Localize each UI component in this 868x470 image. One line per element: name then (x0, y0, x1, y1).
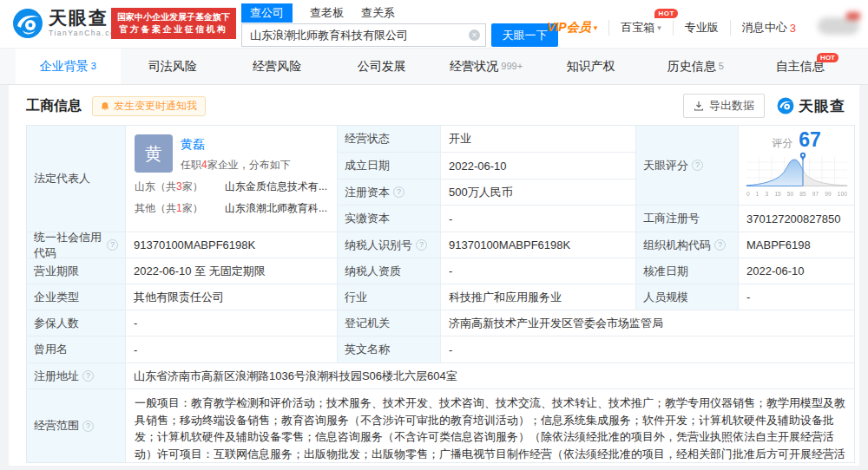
region-row: 山东（共3家） 山东金质信息技术有... 等 (135, 180, 328, 194)
search-input[interactable] (241, 23, 486, 47)
field-value-business-scope: 一般项目：教育教学检测和评价活动；技术服务、技术开发、技术咨询、技术交流、技术转… (126, 389, 854, 462)
tab-judicial-risk[interactable]: 司法风险 (121, 49, 226, 84)
search-tab-company[interactable]: 查公司 (241, 3, 293, 23)
field-value-reg-authority: 济南高新技术产业开发区管委会市场监管局 (441, 310, 854, 336)
section-title: 工商信息 (26, 97, 82, 115)
tab-history-info[interactable]: 历史信息 5 (643, 49, 748, 84)
search-tab-boss[interactable]: 查老板 (310, 5, 344, 21)
field-label-reg-authority: 登记机关 (338, 310, 441, 336)
field-value-approved-date: 2022-06-10 (739, 258, 854, 284)
field-label-staff-size: 人员规模 (636, 284, 739, 310)
help-icon[interactable]: ? (107, 239, 118, 251)
field-label-established: 成立日期 (338, 153, 441, 180)
field-label-legal-rep: 法定代表人 (27, 126, 126, 232)
field-label-business-scope: 经营范围? (27, 389, 126, 462)
score-value: 67 (799, 128, 821, 152)
notify-on-change-button[interactable]: 发生变更时通知我 (92, 96, 206, 116)
top-nav: VIP会员 ▾ 百宝箱 ▾ HOT 专业版 消息中心 3 (536, 17, 863, 38)
search-area: 查公司 查老板 查关系 × 天眼一下 (241, 3, 558, 47)
help-icon[interactable]: ? (714, 239, 726, 251)
legal-rep-cell: 黄 黄磊 任职4家企业，分布如下 山东（共3家） 山东金质信息技术有... 等 … (126, 126, 338, 232)
user-avatar[interactable] (816, 12, 863, 38)
field-label-insured-count: 参保人数 (27, 310, 126, 336)
tianyancha-logo[interactable]: 天眼查 TianYanCha.com (12, 8, 123, 39)
field-value-status: 开业 (441, 126, 636, 153)
field-label-status: 经营状态 (338, 126, 441, 153)
field-label-company-type: 企业类型 (27, 284, 126, 310)
tab-operation-status[interactable]: 经营状况 999+ (434, 49, 539, 84)
hot-badge: HOT (654, 9, 677, 18)
company-tab-bar: 企业背景 3 司法风险 经营风险 公司发展 经营状况 999+ 知识产权 历史信… (0, 48, 868, 85)
field-label-paid-capital: 实缴资本 (338, 206, 441, 232)
score-distribution-chart (744, 152, 850, 188)
field-label-credit-code: 统一社会信用代码? (27, 232, 126, 258)
nav-message-center[interactable]: 消息中心 3 (730, 20, 807, 36)
tab-operation-risk[interactable]: 经营风险 (225, 49, 330, 84)
nav-pro[interactable]: 专业版 (673, 20, 730, 36)
field-label-former-name: 曾用名 (27, 336, 126, 363)
watermark-logo: 天眼查 (777, 96, 845, 116)
help-icon[interactable]: ? (416, 239, 427, 251)
download-icon (694, 101, 704, 111)
field-label-reg-capital: 注册资本 ? (338, 180, 441, 206)
field-value-industry: 科技推广和应用服务业 (441, 284, 636, 310)
business-info-table: 法定代表人 黄 黄磊 任职4家企业，分布如下 山东（共3家） 山东金质信息技术有… (26, 125, 855, 463)
legal-rep-summary: 任职4家企业，分布如下 (181, 158, 291, 173)
tab-self-info[interactable]: 自主信息 HOT (748, 49, 853, 84)
company-link[interactable]: 山东浪潮北师教育科... (225, 201, 327, 216)
help-icon[interactable]: ? (82, 421, 94, 432)
field-label-english-name: 英文名称 (338, 336, 441, 363)
field-value-taxpayer-quality: - (441, 258, 636, 284)
tab-company-development[interactable]: 公司发展 (330, 49, 435, 84)
tianyancha-logo-icon (777, 97, 794, 114)
field-label-industry: 行业 (338, 284, 441, 310)
field-value-reg-capital: 500万人民币 (441, 180, 636, 206)
hot-badge: HOT (817, 53, 838, 62)
field-value-established: 2022-06-10 (441, 153, 636, 180)
field-value-former-name: - (126, 336, 338, 363)
bell-icon (101, 101, 109, 111)
field-value-credit-code: 91370100MABPF6198K (126, 232, 338, 258)
field-value-org-code: MABPF6198 (739, 232, 854, 258)
field-label-approved-date: 核准日期 (636, 258, 739, 284)
field-value-address: 山东省济南市高新区浪潮路1036号浪潮科技园S06楼北六层604室 (126, 363, 854, 389)
top-header: 天眼查 TianYanCha.com 国家中小企业发展子基金旗下 官方备案企业征… (0, 0, 868, 48)
score-caption: 评分 (772, 136, 792, 151)
field-value-taxpayer-no: 91370100MABPF6198K (441, 232, 636, 258)
field-label-taxpayer-no: 纳税人识别号? (338, 232, 441, 258)
field-value-english-name: - (441, 336, 854, 363)
field-value-company-type: 其他有限责任公司 (126, 284, 338, 310)
search-tab-relation[interactable]: 查关系 (361, 5, 395, 21)
score-marker-pin-icon (799, 153, 805, 160)
help-icon[interactable]: ? (692, 160, 703, 171)
field-label-term: 营业期限 (27, 258, 126, 284)
legal-rep-name-link[interactable]: 黄磊 (181, 137, 291, 153)
field-label-address: 注册地址? (27, 363, 126, 389)
help-icon[interactable]: ? (393, 186, 404, 198)
field-label-org-code: 组织机构代码? (636, 232, 739, 258)
export-data-button[interactable]: 导出数据 (683, 94, 765, 118)
field-label-reg-no: 工商注册号 (636, 206, 739, 232)
field-value-reg-no: 370127200827850 (739, 206, 854, 232)
message-count: 3 (790, 22, 796, 35)
chevron-down-icon: ▾ (594, 23, 598, 32)
tab-intellectual-property[interactable]: 知识产权 (539, 49, 644, 84)
score-axis: 01 315 5085 9799 100 (746, 191, 847, 197)
tab-company-background[interactable]: 企业背景 3 (16, 49, 121, 84)
field-label-tianyan-score: 天眼评分 ? (636, 126, 739, 206)
help-icon[interactable]: ? (82, 370, 94, 382)
field-value-staff-size: - (739, 284, 854, 310)
nav-vip[interactable]: VIP会员 ▾ (536, 20, 608, 36)
tianyancha-logo-icon (12, 8, 43, 39)
business-info-card: 工商信息 发生变更时通知我 导出数据 天眼查 (9, 85, 859, 466)
tianyan-score-chart-cell[interactable]: 评分 67 (739, 126, 854, 206)
region-row: 其他（共1家） 山东浪潮北师教育科... (135, 201, 328, 216)
field-label-taxpayer-quality: 纳税人资质 (338, 258, 441, 284)
company-link[interactable]: 山东金质信息技术有... (225, 180, 327, 194)
gov-certification-badge: 国家中小企业发展子基金旗下 官方备案企业征信机构 (111, 8, 236, 39)
nav-toolbox[interactable]: 百宝箱 ▾ HOT (608, 20, 673, 36)
clear-search-icon[interactable]: × (469, 29, 480, 41)
field-value-paid-capital: - (441, 206, 636, 232)
avatar[interactable]: 黄 (135, 134, 173, 173)
chevron-down-icon: ▾ (657, 23, 661, 32)
